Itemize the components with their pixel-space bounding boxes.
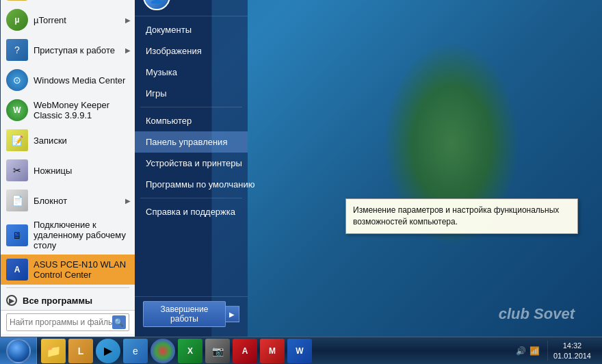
- clock-date: 01.01.2014: [553, 351, 591, 361]
- menu-item-paint[interactable]: 🎨 Paint ▶: [1, 0, 135, 5]
- wmc-icon: ⊙: [6, 69, 28, 91]
- taskbar-excel[interactable]: X: [178, 339, 202, 363]
- all-programs-label: Все программы: [23, 296, 92, 306]
- taskbar-items: 📁 L ▶ e X 📷 A M W: [37, 337, 509, 364]
- notepad-arrow: ▶: [125, 197, 131, 205]
- watermark: club Sovet: [499, 305, 575, 323]
- user-avatar: 👤: [143, 0, 170, 10]
- clock-time: 14:32: [553, 341, 591, 350]
- menu-item-webmoney-label: WebMoney Keeper Classic 3.9.9.1: [34, 100, 129, 120]
- system-tray: 🔊 📶 14:32 01.01.2014: [509, 337, 602, 364]
- taskbar-mediaplayer[interactable]: ▶: [96, 339, 120, 363]
- notepad-icon: 📄: [6, 190, 28, 211]
- taskbar-m[interactable]: M: [260, 339, 285, 363]
- tray-volume-icon[interactable]: 📶: [529, 346, 540, 356]
- menu-divider: [6, 287, 129, 288]
- paint-icon: 🎨: [6, 0, 28, 1]
- taskbar-acrobat[interactable]: A: [233, 339, 257, 363]
- taskbar-explorer[interactable]: 📁: [41, 339, 66, 363]
- utorrent-icon: µ: [6, 9, 28, 31]
- asus-icon: A: [6, 259, 28, 281]
- shutdown-arrow[interactable]: ▶: [226, 306, 239, 322]
- start-menu-left-panel: 🎨 Paint ▶ µ µTorrent ▶ ? Приступая к раб…: [1, 0, 135, 337]
- menu-item-rdp[interactable]: 🖥 Подключение к удаленному рабочему стол…: [1, 216, 135, 255]
- tooltip: Изменение параметров и настройка функцио…: [345, 198, 578, 234]
- taskbar-word[interactable]: W: [287, 339, 312, 363]
- user-area: 👤 User: [135, 0, 248, 16]
- work-icon: ?: [6, 39, 28, 61]
- right-divider-1: [140, 107, 242, 107]
- all-programs-icon: ▶: [6, 295, 17, 306]
- right-item-games[interactable]: Игры: [135, 83, 248, 104]
- right-divider-2: [140, 198, 242, 198]
- webmoney-icon: W: [6, 99, 28, 121]
- right-item-computer[interactable]: Компьютер: [135, 110, 248, 131]
- menu-item-notes[interactable]: 📝 Записки: [1, 125, 135, 155]
- menu-item-notes-label: Записки: [34, 135, 67, 146]
- start-menu: 🎨 Paint ▶ µ µTorrent ▶ ? Приступая к раб…: [0, 0, 212, 337]
- taskbar-chrome[interactable]: [150, 339, 175, 363]
- menu-item-wmc[interactable]: ⊙ Windows Media Center: [1, 65, 135, 95]
- right-item-control-panel[interactable]: Панель управления: [135, 131, 248, 153]
- start-menu-right-panel: 👤 User Документы Изображения Музыка Игры…: [135, 0, 248, 337]
- shutdown-button[interactable]: Завершение работы: [143, 301, 226, 327]
- menu-item-scissors-label: Ножницы: [34, 166, 72, 176]
- right-item-default-programs[interactable]: Программы по умолчанию: [135, 174, 248, 195]
- menu-item-work-label: Приступая к работе: [34, 45, 115, 55]
- search-area: 🔍: [1, 310, 135, 334]
- search-button[interactable]: 🔍: [112, 315, 126, 329]
- taskbar: 📁 L ▶ e X 📷 A M W 🔊 📶 14:32 01.01.2014: [0, 337, 602, 364]
- taskbar-library[interactable]: L: [68, 339, 93, 363]
- menu-item-asus[interactable]: A ASUS PCE-N10 WLAN Control Center: [1, 255, 135, 285]
- utorrent-arrow: ▶: [125, 16, 131, 24]
- start-menu-body: 🎨 Paint ▶ µ µTorrent ▶ ? Приступая к раб…: [1, 0, 211, 337]
- rdp-icon: 🖥: [6, 224, 28, 246]
- search-box[interactable]: 🔍: [6, 313, 129, 331]
- menu-item-work[interactable]: ? Приступая к работе ▶: [1, 35, 135, 65]
- taskbar-ie[interactable]: e: [123, 339, 148, 363]
- menu-item-notepad-label: Блокнот: [34, 196, 67, 206]
- right-item-images[interactable]: Изображения: [135, 40, 248, 62]
- menu-item-notepad[interactable]: 📄 Блокнот ▶: [1, 185, 135, 216]
- right-item-help[interactable]: Справка и поддержка: [135, 201, 248, 222]
- menu-item-utorrent[interactable]: µ µTorrent ▶: [1, 5, 135, 35]
- menu-item-scissors[interactable]: ✂ Ножницы: [1, 155, 135, 185]
- right-item-music[interactable]: Музыка: [135, 62, 248, 83]
- all-programs-item[interactable]: ▶ Все программы: [1, 291, 135, 310]
- work-arrow: ▶: [125, 47, 131, 54]
- menu-item-asus-label: ASUS PCE-N10 WLAN Control Center: [34, 259, 129, 280]
- menu-item-webmoney[interactable]: W WebMoney Keeper Classic 3.9.9.1: [1, 95, 135, 125]
- menu-item-rdp-label: Подключение к удаленному рабочему столу: [34, 220, 129, 250]
- menu-item-utorrent-label: µTorrent: [34, 15, 66, 25]
- user-label: User: [176, 0, 199, 3]
- scissors-icon: ✂: [6, 159, 28, 181]
- right-item-documents[interactable]: Документы: [135, 19, 248, 40]
- start-button[interactable]: [0, 337, 37, 365]
- taskbar-camera[interactable]: 📷: [205, 339, 230, 363]
- system-clock: 14:32 01.01.2014: [547, 341, 597, 361]
- menu-item-wmc-label: Windows Media Center: [34, 75, 125, 86]
- tray-network-icon[interactable]: 🔊: [516, 346, 527, 356]
- search-input[interactable]: [10, 317, 112, 327]
- right-item-devices[interactable]: Устройства и принтеры: [135, 153, 248, 174]
- notes-icon: 📝: [6, 129, 28, 151]
- shutdown-area: Завершение работы ▶: [135, 296, 248, 331]
- start-orb: [6, 339, 31, 363]
- tray-icons: 🔊 📶: [514, 346, 542, 356]
